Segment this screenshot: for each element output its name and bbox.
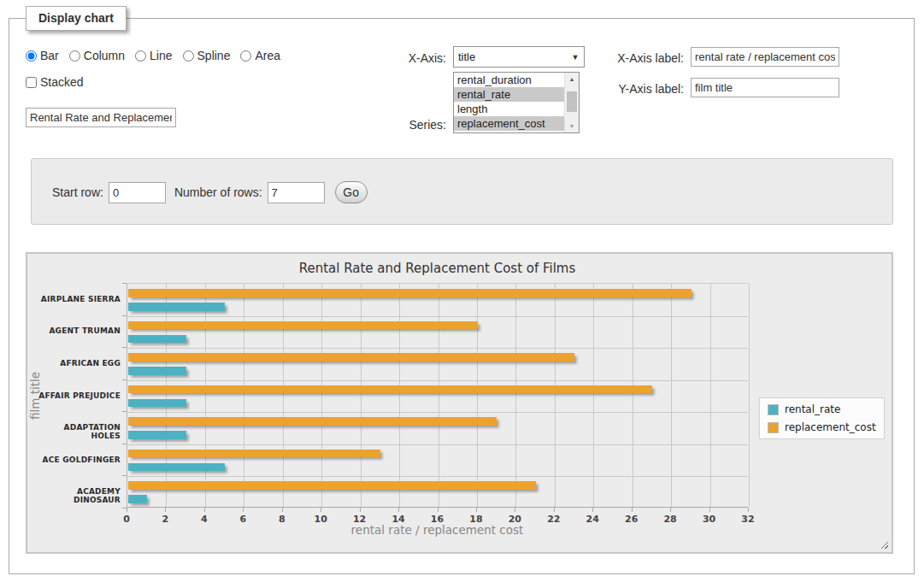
go-button[interactable]: Go [335, 181, 368, 203]
x-axis-tick [515, 508, 515, 512]
legend-swatch-rental-rate [768, 404, 779, 415]
x-axis-tick [282, 508, 283, 512]
start-row-input[interactable] [109, 182, 166, 203]
bar-rental_rate[interactable] [128, 367, 186, 375]
y-axis-tick [122, 475, 127, 476]
y-axis-tick [122, 347, 127, 348]
bar-rental_rate[interactable] [128, 463, 225, 472]
legend-item-rental-rate[interactable]: rental_rate [768, 403, 876, 415]
chart-type-area[interactable]: Area [240, 49, 280, 62]
series-scrollbar[interactable]: ▲ ▼ [564, 73, 579, 132]
dropdown-arrow-icon: ▼ [567, 53, 584, 62]
bar-replacement_cost[interactable] [128, 289, 692, 297]
x-axis-label-caption: X-Axis label: [602, 51, 684, 65]
y-axis-label-input[interactable] [691, 78, 839, 97]
series-option-rental_duration[interactable]: rental_duration [454, 73, 564, 87]
bar-replacement_cost[interactable] [128, 321, 478, 330]
y-axis-tick [122, 444, 127, 444]
chart-type-spline[interactable]: Spline [183, 49, 231, 62]
x-axis-tick [554, 508, 555, 512]
bar-replacement_cost[interactable] [128, 385, 652, 394]
gridline-horizontal [127, 412, 748, 413]
x-axis-tick [127, 508, 127, 512]
chart-title: Rental Rate and Replacement Cost of Film… [127, 261, 748, 276]
gridline-vertical [477, 284, 478, 507]
x-axis-tick [709, 508, 710, 512]
num-rows-label: Number of rows: [174, 185, 262, 199]
bar-rental_rate[interactable] [128, 335, 186, 344]
chart-type-bar-radio[interactable] [26, 50, 37, 62]
x-axis-tick [321, 508, 321, 512]
chart-type-column-radio[interactable] [69, 50, 80, 62]
x-axis-tick [748, 508, 749, 512]
chart-container: Rental Rate and Replacement Cost of Film… [26, 252, 893, 554]
chart-type-line[interactable]: Line [135, 49, 172, 62]
gridline-vertical [361, 284, 362, 507]
chart-title-input[interactable] [26, 108, 176, 127]
x-axis-select[interactable]: title ▼ [453, 46, 585, 68]
gridline-vertical [321, 284, 322, 507]
gridline-horizontal [127, 316, 748, 317]
y-axis-tick [122, 379, 127, 380]
row-controls-panel: Start row: Number of rows: Go [31, 158, 893, 225]
chart-type-radio-group: Bar Column Line Spline Area [26, 49, 280, 62]
num-rows-input[interactable] [268, 182, 325, 203]
scroll-down-icon[interactable]: ▼ [565, 120, 579, 132]
resize-handle[interactable] [879, 539, 888, 549]
bar-replacement_cost[interactable] [128, 450, 380, 458]
gridline-vertical [399, 284, 400, 507]
x-axis-label-input[interactable] [691, 47, 839, 67]
gridline-horizontal [127, 476, 748, 477]
chart-type-spline-radio[interactable] [183, 50, 194, 62]
bar-rental_rate[interactable] [128, 303, 225, 311]
x-axis-tick [204, 508, 205, 512]
gridline-vertical [205, 284, 206, 507]
gridline-vertical [671, 284, 672, 507]
gridline-vertical [593, 284, 594, 507]
series-listbox[interactable]: rental_durationrental_ratelengthreplacem… [453, 72, 580, 133]
bar-rental_rate[interactable] [128, 495, 147, 503]
chart-type-column[interactable]: Column [69, 49, 125, 62]
x-axis-title: rental rate / replacement cost [127, 523, 748, 537]
chart-type-line-radio[interactable] [135, 50, 146, 62]
chart-type-area-radio[interactable] [240, 50, 251, 62]
x-axis-tick [243, 508, 244, 512]
bar-rental_rate[interactable] [128, 431, 186, 439]
gridline-vertical [515, 284, 516, 507]
bar-rental_rate[interactable] [128, 399, 186, 408]
series-option-rental_rate[interactable]: rental_rate [454, 87, 564, 102]
series-listbox-label: Series: [373, 118, 446, 132]
gridline-vertical [166, 284, 167, 507]
category-label: AIRPLANE SIERRA [38, 295, 121, 303]
stacked-row: Stacked [26, 75, 84, 89]
plot-area [127, 283, 748, 508]
bar-replacement_cost[interactable] [128, 481, 536, 490]
y-axis-tick [122, 508, 127, 509]
x-axis-tick [438, 508, 438, 512]
gridline-vertical [633, 284, 633, 507]
series-option-replacement_cost[interactable]: replacement_cost [454, 116, 564, 131]
bar-replacement_cost[interactable] [128, 353, 574, 362]
scrollbar-thumb[interactable] [567, 91, 577, 112]
chart-type-bar[interactable]: Bar [26, 49, 59, 62]
x-axis-tick [360, 508, 361, 512]
gridline-vertical [749, 284, 750, 507]
stacked-checkbox[interactable] [26, 77, 37, 88]
series-option-length[interactable]: length [454, 102, 564, 116]
legend-item-replacement-cost[interactable]: replacement_cost [768, 421, 876, 433]
category-label: ACADEMY DINOSAUR [38, 487, 121, 504]
bar-replacement_cost[interactable] [128, 417, 497, 426]
gridline-vertical [283, 284, 284, 507]
x-axis-tick [165, 508, 166, 512]
gridline-vertical [555, 284, 556, 507]
x-axis-tick [632, 508, 633, 512]
x-axis-select-label: X-Axis: [373, 51, 446, 65]
category-label: AGENT TRUMAN [38, 326, 121, 335]
series-options: rental_durationrental_ratelengthreplacem… [454, 73, 564, 132]
stacked-option[interactable]: Stacked [26, 75, 84, 89]
y-axis-label-caption: Y-Axis label: [602, 82, 684, 96]
scroll-up-icon[interactable]: ▲ [565, 73, 579, 85]
y-axis-tick [122, 283, 127, 284]
category-label: ADAPTATION HOLES [38, 423, 121, 440]
fieldset-title: Display chart [26, 6, 127, 31]
